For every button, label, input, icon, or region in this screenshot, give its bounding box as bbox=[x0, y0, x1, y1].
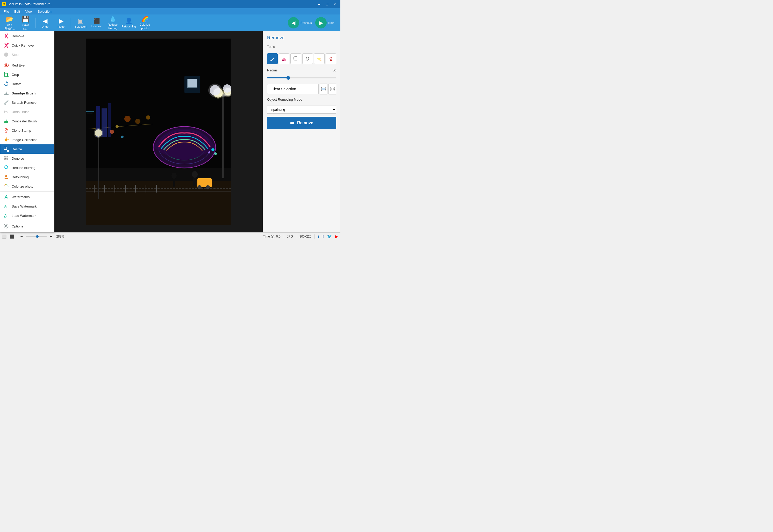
svg-point-84 bbox=[135, 119, 140, 124]
radius-slider-container[interactable] bbox=[267, 75, 336, 80]
svg-point-82 bbox=[121, 136, 123, 138]
info-icon[interactable]: ℹ bbox=[318, 234, 319, 239]
menu-item-colorize-photo[interactable]: Colorize photo bbox=[0, 182, 54, 191]
colorize-photo-label: Colorize photo bbox=[12, 184, 51, 188]
menu-item-resize[interactable]: Resize bbox=[0, 144, 54, 154]
denoise-toolbar-button[interactable]: ⬛ Denoise bbox=[89, 16, 104, 30]
svg-point-63 bbox=[192, 171, 198, 178]
colorize-toolbar-icon: 🌈 bbox=[141, 16, 148, 23]
redo-icon: ▶ bbox=[59, 17, 63, 25]
menu-view[interactable]: View bbox=[23, 8, 35, 14]
menu-bar: File Edit View Selection bbox=[0, 8, 340, 14]
svg-rect-92 bbox=[282, 60, 284, 61]
svg-rect-43 bbox=[222, 95, 224, 178]
menu-item-options[interactable]: Options bbox=[0, 221, 54, 231]
svg-rect-17 bbox=[4, 147, 7, 150]
svg-point-1 bbox=[4, 53, 8, 57]
dropdown-menu: Remove Quick Remove Stop Red Eye bbox=[0, 31, 54, 232]
svg-rect-73 bbox=[125, 185, 126, 193]
reduce-blurring-label: Reduce bbox=[108, 23, 118, 26]
svg-rect-105 bbox=[331, 88, 333, 90]
reduce-blurring-toolbar-button[interactable]: 💧 Reduce blurring bbox=[105, 16, 120, 30]
svg-rect-64 bbox=[193, 178, 197, 186]
menu-item-smudge-brush[interactable]: Smudge Brush bbox=[0, 88, 54, 98]
facebook-icon[interactable]: f bbox=[323, 234, 324, 239]
rect-select-tool-button[interactable] bbox=[290, 53, 301, 64]
menu-file[interactable]: File bbox=[1, 8, 12, 14]
zoom-slider-thumb[interactable] bbox=[36, 235, 39, 238]
selection-button[interactable]: ▣ Selection bbox=[73, 16, 88, 30]
add-file-button[interactable]: 📂 Add File(s)... bbox=[2, 16, 17, 30]
menu-item-rotate[interactable]: Rotate bbox=[0, 79, 54, 88]
undo-button[interactable]: ◀ Undo bbox=[38, 16, 53, 30]
svg-rect-26 bbox=[4, 159, 5, 160]
menu-item-watermarks[interactable]: A Watermarks bbox=[0, 192, 54, 202]
svg-rect-72 bbox=[114, 185, 115, 193]
clear-selection-button[interactable]: Clear Selection bbox=[267, 84, 319, 94]
svg-point-77 bbox=[212, 148, 215, 151]
minimize-button[interactable]: – bbox=[316, 1, 323, 8]
menu-edit[interactable]: Edit bbox=[12, 8, 23, 14]
brush-tool-button[interactable] bbox=[267, 53, 278, 64]
menu-item-quick-remove[interactable]: Quick Remove bbox=[0, 41, 54, 50]
eraser-tool-button[interactable] bbox=[279, 53, 289, 64]
menu-item-reduce-blurring[interactable]: Reduce blurring bbox=[0, 163, 54, 172]
toolbar: 📂 Add File(s)... 💾 Save as... ◀ Undo ▶ R… bbox=[0, 14, 340, 31]
canvas-area bbox=[54, 31, 263, 232]
menu-selection[interactable]: Selection bbox=[35, 8, 54, 14]
magic-wand-tool-button[interactable] bbox=[314, 53, 325, 64]
youtube-icon[interactable]: ▶ bbox=[335, 234, 338, 239]
menu-item-load-watermark[interactable]: A Load Watermark bbox=[0, 211, 54, 220]
close-button[interactable]: × bbox=[331, 1, 338, 8]
colorize-toolbar-button[interactable]: 🌈 Colorize photo bbox=[137, 16, 152, 30]
retouching-toolbar-button[interactable]: 👤 Retouching bbox=[121, 16, 136, 30]
svg-rect-7 bbox=[4, 121, 8, 123]
deselect-button[interactable] bbox=[329, 84, 336, 94]
status-rect-icon[interactable]: ⬜ bbox=[2, 234, 6, 239]
options-label: Options bbox=[12, 224, 51, 228]
denoise-toolbar-icon: ⬛ bbox=[93, 18, 100, 24]
menu-item-scratch-remover[interactable]: Scratch Remover bbox=[0, 98, 54, 107]
menu-item-concealer-brush[interactable]: Concealer Brush bbox=[0, 116, 54, 126]
mode-select[interactable]: Inpainting Content-Aware Fill Texture Sy… bbox=[267, 106, 336, 114]
watermarks-icon: A bbox=[3, 194, 9, 200]
stamp-tool-button[interactable] bbox=[326, 53, 336, 64]
lasso-tool-button[interactable] bbox=[302, 53, 313, 64]
menu-item-retouching[interactable]: Retouching bbox=[0, 172, 54, 182]
svg-point-79 bbox=[208, 151, 210, 153]
status-circle-icon[interactable]: ⬛ bbox=[10, 234, 14, 239]
svg-rect-21 bbox=[5, 156, 6, 157]
red-eye-icon bbox=[3, 62, 9, 68]
svg-point-29 bbox=[5, 166, 8, 169]
menu-item-crop[interactable]: Crop bbox=[0, 70, 54, 79]
add-file-label2: File(s)... bbox=[4, 27, 15, 30]
menu-item-denoise[interactable]: Denoise bbox=[0, 154, 54, 163]
zoom-slider-track[interactable] bbox=[26, 236, 47, 237]
menu-item-image-correction[interactable]: Image Correction bbox=[0, 135, 54, 144]
radius-slider-thumb[interactable] bbox=[287, 76, 290, 80]
resize-icon bbox=[3, 146, 9, 152]
previous-button[interactable]: ◀ bbox=[288, 17, 299, 28]
save-as-button[interactable]: 💾 Save as... bbox=[18, 16, 33, 30]
radius-slider-track bbox=[267, 77, 336, 78]
select-all-button[interactable] bbox=[320, 84, 327, 94]
redo-button[interactable]: ▶ Redo bbox=[54, 16, 69, 30]
maximize-button[interactable]: □ bbox=[323, 1, 331, 8]
remove-action-button[interactable]: ➡ Remove bbox=[267, 117, 336, 129]
save-watermark-label: Save Watermark bbox=[12, 204, 51, 208]
menu-item-red-eye[interactable]: Red Eye bbox=[0, 61, 54, 70]
svg-point-50 bbox=[208, 84, 222, 97]
save-watermark-icon: A bbox=[3, 203, 9, 209]
crop-label: Crop bbox=[12, 73, 51, 77]
zoom-plus[interactable]: + bbox=[50, 234, 52, 239]
svg-point-35 bbox=[5, 225, 7, 227]
denoise-toolbar-label: Denoise bbox=[91, 25, 102, 28]
menu-item-remove[interactable]: Remove bbox=[0, 31, 54, 41]
zoom-minus[interactable]: – bbox=[20, 234, 23, 239]
next-button[interactable]: ▶ bbox=[315, 17, 327, 28]
menu-item-save-watermark[interactable]: A Save Watermark bbox=[0, 202, 54, 211]
twitter-icon[interactable]: 🐦 bbox=[327, 234, 332, 239]
time-label: Time (s): 0.0 bbox=[263, 235, 281, 238]
svg-point-4 bbox=[6, 65, 7, 66]
menu-item-clone-stamp[interactable]: Clone Stamp bbox=[0, 126, 54, 135]
